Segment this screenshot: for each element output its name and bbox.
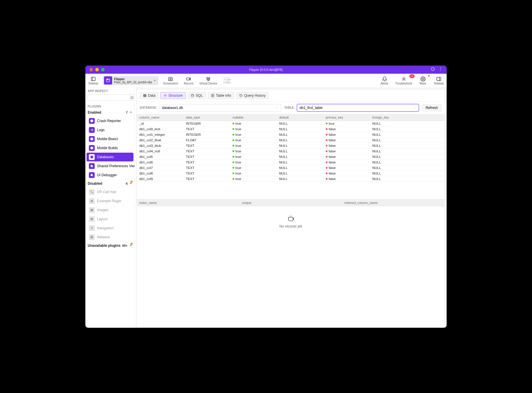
globe-icon [89,234,95,240]
svg-point-15 [422,78,424,80]
sidebar-item-mobile-bisect[interactable]: Mobile Bisect [87,135,133,143]
svg-marker-18 [131,96,133,99]
sidebar-item-label: Mobile Builds [97,146,118,150]
sidebar-item-label: Layout [97,217,108,221]
screenshot-button[interactable]: Screenshot [160,74,181,87]
sidebar-item-images[interactable]: Images [87,206,133,214]
table-row[interactable]: db1_col8TEXTtrueNULLfalseNULL [137,171,445,176]
svg-point-39 [165,95,166,96]
sidebar-item-ui-debugger[interactable]: UI Debugger [87,171,133,179]
sidebar-item-label: Images [97,208,108,212]
index-column-header[interactable]: unique [239,200,342,206]
table-select[interactable]: db1_first_table [297,104,419,112]
svg-point-12 [208,79,208,79]
sidebar-item-label: Mobile Bisect [97,137,118,141]
sidebar-item-example-plugin[interactable]: Example Plugin [87,197,133,205]
selector-row: DATABASE database1.db TABLE db1_first_ta… [137,102,445,114]
tab-data[interactable]: Data [140,92,158,99]
tab-sql[interactable]: SQL [188,92,206,99]
more-button[interactable]: More [415,74,431,87]
tab-table-info[interactable]: Table Info [208,92,234,99]
svg-point-7 [107,79,108,80]
sidebar-item-logs[interactable]: Logs [87,126,133,134]
chevron-up-icon [129,181,132,186]
device-selector[interactable]: Flipper Pixel_3a_API_32_arm64-v8a [103,76,158,85]
record-button[interactable]: Record [181,74,196,87]
extension-icon[interactable] [431,67,435,72]
sidebar-item-label: Databases [97,155,114,159]
table-row[interactable]: db1_col3_blobTEXTtrueNULLfalseNULL [137,143,445,149]
tab-query-history[interactable]: Query History [236,92,269,99]
sidebar-item-shared-preferences-viewer[interactable]: Shared Preferences Viewer [87,162,133,170]
index-column-header[interactable]: indexed_column_name [342,200,445,206]
globe-icon [89,154,95,160]
sidebar-item-layout[interactable]: Layout [87,215,133,223]
column-header[interactable]: nullable [230,114,277,121]
svg-point-1 [440,69,441,69]
column-header[interactable]: data_type [184,114,230,121]
svg-rect-34 [144,94,146,97]
star-button[interactable] [130,94,134,101]
database-select[interactable]: database1.db [159,104,281,112]
search-icon [89,163,95,169]
virtual-device-button[interactable]: Virtual Device [196,74,220,87]
svg-point-2 [440,70,441,71]
sidebar: APP INSPECT PLUGINS Enabled 7 Crash Repo… [85,88,135,328]
table-row[interactable]: db1_col5TEXTtrueNULLfalseNULL [137,154,445,160]
target-icon [89,216,95,222]
refresh-button[interactable]: Refresh [422,104,442,111]
alerts-button[interactable]: Alerts [377,74,392,87]
sidebar-item-databases[interactable]: Databases [87,153,133,161]
index-column-header[interactable]: index_name [137,200,239,206]
troubleshoot-button[interactable]: 11 Troubleshoot [392,74,415,87]
unavailable-group-header[interactable]: Unavailable plugins 99+ [85,242,135,249]
more-badge-icon [428,75,430,77]
table-row[interactable]: db1_col7TEXTtrueNULLfalseNULL [137,165,445,171]
svg-rect-3 [91,77,95,81]
disabled-group-header[interactable]: Disabled 6 [85,180,135,187]
maximize-window-button[interactable] [101,68,105,71]
table-row[interactable]: db1_col6TEXTtrueNULLfalseNULL [137,160,445,165]
toolbar: Sidebar Flipper Pixel_3a_API_32_arm64-v8… [85,74,447,88]
close-window-button[interactable] [89,68,93,71]
sidebar-item-network[interactable]: Network [87,233,133,242]
search-input[interactable] [87,94,130,101]
svg-rect-10 [186,78,189,80]
app-inspect-header: APP INSPECT [85,88,135,93]
sidebar-item-label: UI Debugger [97,173,117,177]
tab-structure[interactable]: Structure [160,92,186,99]
svg-point-13 [209,79,209,79]
table-row[interactable]: db1_col9TEXTtrueNULLfalseNULL [137,176,445,182]
sidebar-item-label: Crash Reporter [97,119,121,123]
more-vertical-icon[interactable] [438,67,443,72]
svg-point-0 [440,68,441,68]
chevron-up-icon [129,110,132,114]
svg-marker-11 [189,78,191,80]
toggle-sidebar-button[interactable]: Sidebar [85,74,101,87]
column-header[interactable]: default [277,114,323,121]
column-header[interactable]: column_name [137,114,184,121]
sidebar-item-label: Shared Preferences Viewer [97,164,135,168]
column-header[interactable]: primary_key [323,114,370,121]
sidebar-item-label: Network [97,235,110,239]
table-row[interactable]: db1_col4_nullTEXTtrueNULLfalseNULL [137,149,445,154]
sidebar-item-vr-call-hub[interactable]: VR Call Hub [87,188,133,196]
table-row[interactable]: db1_col0_textTEXTtrueNULLfalseNULL [137,126,445,132]
svg-point-9 [170,78,171,80]
toggle-right-sidebar-button[interactable]: Sidebar [431,74,447,87]
column-header[interactable]: foreign_key [370,114,445,121]
enabled-group-header[interactable]: Enabled 7 [85,109,135,116]
sidebar-item-navigation[interactable]: Navigation [87,224,133,232]
table-row[interactable]: db1_col2_floatFLOATtrueNULLfalseNULL [137,138,445,143]
svg-point-30 [91,218,92,219]
chevron-down-icon [153,78,156,83]
table-row[interactable]: _idINTEGERtrueNULLtrueNULL [137,121,445,126]
table-row[interactable]: db1_col1_integerINTEGERtrueNULLfalseNULL [137,132,445,138]
window-controls [85,68,105,71]
svg-point-40 [191,94,194,95]
performance-stats: 27 fps 0 kB/s [221,74,232,87]
sidebar-item-crash-reporter[interactable]: Crash Reporter [87,117,133,125]
minimize-window-button[interactable] [95,68,99,71]
device-icon [104,76,112,84]
sidebar-item-mobile-builds[interactable]: Mobile Builds [87,144,133,152]
